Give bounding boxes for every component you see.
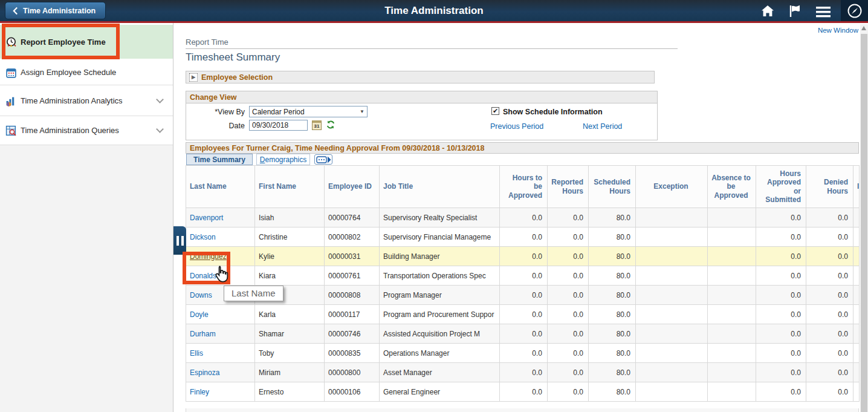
employee-id-cell: 00000808 bbox=[325, 286, 380, 305]
job-title-cell: Asset Manager bbox=[380, 363, 500, 382]
first-name-cell: Kylie bbox=[255, 247, 325, 266]
hours-to-be-approved-cell: 0.0 bbox=[500, 305, 548, 324]
scrollbar-thumb[interactable] bbox=[861, 34, 867, 412]
last-name-link[interactable]: Dominguez bbox=[190, 252, 227, 261]
tab-demographics[interactable]: Demographics bbox=[256, 154, 310, 165]
column-header-reported-hours[interactable]: Reported Hours bbox=[548, 166, 589, 208]
column-header-hours-approved-or-submitted[interactable]: Hours Approved or Submitted bbox=[756, 166, 806, 208]
hours-approved-cell: 0.0 bbox=[756, 208, 806, 227]
hours-to-be-approved-cell: 0.0 bbox=[500, 208, 548, 227]
last-name-link[interactable]: Finley bbox=[190, 388, 209, 396]
vertical-scrollbar bbox=[860, 24, 868, 412]
last-name-link[interactable]: Downs bbox=[190, 291, 212, 299]
job-title-cell: Building Manager bbox=[380, 247, 500, 266]
column-header-job-title[interactable]: Job Title bbox=[380, 166, 500, 208]
sidebar-item-assign-employee-schedule[interactable]: Assign Employee Schedule bbox=[0, 60, 173, 85]
flag-icon[interactable] bbox=[787, 4, 804, 18]
absence-cell bbox=[708, 208, 756, 227]
partial-next-row bbox=[186, 408, 859, 412]
new-window-link[interactable]: New Window bbox=[818, 27, 858, 34]
home-icon[interactable] bbox=[759, 4, 776, 18]
sidebar-item-label: Time Administration Analytics bbox=[21, 96, 155, 105]
reported-hours-cell: 0.0 bbox=[548, 208, 589, 227]
job-title-cell: Supervisory Realty Specialist bbox=[380, 208, 500, 227]
denied-hours-cell: 0.0 bbox=[806, 344, 853, 363]
calendar-picker-icon[interactable]: 31 bbox=[312, 120, 322, 130]
scheduled-hours-cell: 80.0 bbox=[589, 363, 636, 382]
column-header-first-name[interactable]: First Name bbox=[255, 166, 325, 208]
navbar-compass-icon[interactable] bbox=[841, 0, 868, 21]
page-title: Timesheet Summary bbox=[186, 51, 280, 64]
table-row: Donaldson Kiara 00000761 Transportation … bbox=[186, 266, 860, 286]
previous-period-link[interactable]: Previous Period bbox=[490, 122, 543, 131]
view-by-select[interactable]: Calendar Period ▼ bbox=[249, 106, 368, 117]
scroll-up-arrow-icon[interactable] bbox=[861, 26, 866, 30]
breadcrumb-rule bbox=[186, 48, 678, 49]
hours-to-be-approved-cell: 0.0 bbox=[500, 247, 548, 266]
column-header-employee-id[interactable]: Employee ID bbox=[325, 166, 380, 208]
denied-hours-cell: 0.0 bbox=[806, 305, 853, 324]
last-name-link[interactable]: Durham bbox=[190, 330, 216, 338]
table-row: Espinoza Miriam 00000800 Asset Manager 0… bbox=[186, 363, 860, 382]
change-view-title: Change View bbox=[186, 91, 657, 103]
side-drawer-handle[interactable] bbox=[173, 226, 186, 255]
column-header-scheduled-hours[interactable]: Scheduled Hours bbox=[589, 166, 636, 208]
date-input[interactable]: 09/30/2018 bbox=[249, 120, 308, 131]
table-row: Dominguez Kylie 00000031 Building Manage… bbox=[186, 247, 860, 266]
exception-cell bbox=[636, 247, 708, 266]
first-name-cell: Kiara bbox=[255, 266, 325, 286]
last-name-link[interactable]: Dickson bbox=[190, 233, 216, 241]
reported-hours-cell: 0.0 bbox=[548, 324, 589, 344]
sidebar-item-report-employee-time[interactable]: Report Employee Time bbox=[0, 25, 173, 59]
employee-selection-label: Employee Selection bbox=[201, 73, 273, 82]
reported-hours-cell: 0.0 bbox=[548, 266, 589, 286]
reported-hours-cell: 0.0 bbox=[548, 247, 589, 266]
employee-id-cell: 00000117 bbox=[325, 305, 380, 324]
hours-to-be-approved-cell: 0.0 bbox=[500, 324, 548, 344]
denied-hours-cell: 0.0 bbox=[806, 382, 853, 402]
show-all-columns-icon[interactable] bbox=[314, 154, 332, 165]
show-schedule-checkbox[interactable] bbox=[491, 107, 499, 115]
column-header-last-name[interactable]: Last Name bbox=[186, 166, 255, 208]
tab-time-summary[interactable]: Time Summary bbox=[186, 154, 253, 165]
last-name-link[interactable]: Espinoza bbox=[190, 368, 219, 377]
stub-cell bbox=[853, 266, 860, 286]
last-name-link[interactable]: Davenport bbox=[190, 214, 223, 222]
expand-arrow-icon[interactable]: ▶ bbox=[189, 73, 198, 82]
job-title-cell: Supervisory Financial Manageme bbox=[380, 227, 500, 247]
denied-hours-cell: 0.0 bbox=[806, 247, 853, 266]
column-header-exception[interactable]: Exception bbox=[636, 166, 708, 208]
job-title-cell: Program Manager bbox=[380, 286, 500, 305]
next-period-link[interactable]: Next Period bbox=[583, 122, 622, 131]
denied-hours-cell: 0.0 bbox=[806, 324, 853, 344]
column-header-hours-to-be-approved[interactable]: Hours to be Approved bbox=[500, 166, 548, 208]
denied-hours-cell: 0.0 bbox=[806, 363, 853, 382]
bar-chart-icon bbox=[5, 96, 16, 106]
last-name-link[interactable]: Ellis bbox=[190, 349, 203, 358]
stub-cell bbox=[853, 208, 860, 227]
sidebar-item-label: Assign Employee Schedule bbox=[21, 68, 155, 77]
hours-approved-cell: 0.0 bbox=[756, 324, 806, 344]
sidebar-item-time-administration-analytics[interactable]: Time Administration Analytics bbox=[0, 86, 173, 116]
exception-cell bbox=[636, 382, 708, 402]
absence-cell bbox=[708, 227, 756, 247]
stub-cell bbox=[853, 324, 860, 344]
reported-hours-cell: 0.0 bbox=[548, 286, 589, 305]
last-name-link[interactable]: Doyle bbox=[190, 310, 209, 319]
sidebar-item-time-administration-queries[interactable]: Time Administration Queries bbox=[0, 116, 173, 145]
exception-cell bbox=[636, 363, 708, 382]
clock-icon bbox=[5, 36, 16, 47]
table-row: Doyle Karla 00000117 Program and Procure… bbox=[186, 305, 860, 324]
column-header-denied-hours[interactable]: Denied Hours bbox=[806, 166, 853, 208]
reported-hours-cell: 0.0 bbox=[548, 363, 589, 382]
menu-icon[interactable] bbox=[815, 5, 832, 19]
sidebar: Report Employee Time Assign Employee Sch… bbox=[0, 23, 173, 412]
table-row: Durham Shamar 00000746 Assisted Acquisit… bbox=[186, 324, 860, 344]
scheduled-hours-cell: 80.0 bbox=[589, 382, 636, 402]
hours-approved-cell: 0.0 bbox=[756, 363, 806, 382]
hours-approved-cell: 0.0 bbox=[756, 286, 806, 305]
column-header-partial: I bbox=[853, 166, 860, 208]
refresh-icon[interactable] bbox=[326, 120, 335, 129]
hours-approved-cell: 0.0 bbox=[756, 344, 806, 363]
column-header-absence-to-be-approved[interactable]: Absence to be Approved bbox=[708, 166, 756, 208]
